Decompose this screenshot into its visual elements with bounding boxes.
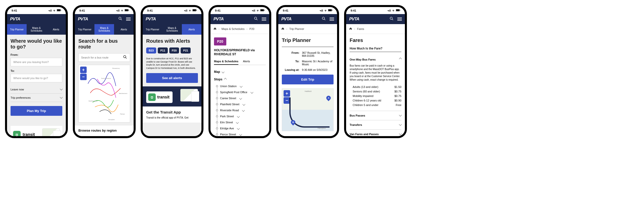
map-place-label: Shutesbury [112, 68, 120, 69]
status-bar: 9:41 •ıll [75, 7, 134, 14]
phone-search-route: 9:41 •ıll PVTA Trip Planner Maps & Sched… [73, 5, 136, 138]
menu-icon[interactable] [397, 18, 402, 21]
leaving-label: Leaving at: [282, 68, 299, 71]
edit-trip-button[interactable]: Edit Trip [282, 75, 334, 84]
transit-app-card[interactable]: ʊ transit [11, 126, 62, 137]
route-chip[interactable]: P20 [169, 47, 179, 53]
phone-trip-result: 9:41 •ıll PVTA › Trip Planner Trip Plann… [276, 5, 339, 138]
home-icon[interactable] [281, 27, 284, 31]
transit-app-icon: ʊ [148, 93, 156, 101]
to-label: To: [11, 69, 62, 72]
stop-item[interactable]: Park Street [216, 113, 266, 119]
tab-trip-planner[interactable]: Trip Planner [75, 24, 94, 35]
stop-item[interactable]: Plainfield Street [216, 101, 266, 107]
zoom-in-button[interactable]: + [284, 90, 290, 97]
from-label: From: [282, 51, 299, 57]
search-box [78, 53, 130, 62]
stop-item[interactable]: Union Station [216, 83, 266, 89]
content-area: Routes with Alerts B23 P11 P20 P21 Due t… [143, 35, 201, 137]
menu-icon[interactable] [262, 18, 266, 21]
main-tabs: Trip Planner Maps & Schedules Alerts [143, 24, 201, 35]
from-label: From: [11, 53, 62, 56]
breadcrumb-item: P20 [249, 27, 254, 30]
route-chip[interactable]: P21 [181, 47, 191, 53]
fare-price: $0.90 [394, 99, 401, 102]
signal-icon: •ıll [320, 9, 323, 12]
tab-trip-planner[interactable]: Trip Planner [143, 24, 162, 35]
breadcrumb-item[interactable]: Maps & Schedules [222, 27, 245, 30]
route-map[interactable]: + − Shutesbury North Amherst Belchertown… [78, 65, 130, 123]
svg-rect-25 [400, 10, 400, 11]
stop-item[interactable]: Elridge Ave [216, 125, 266, 131]
home-icon[interactable] [349, 27, 352, 31]
stops-expand[interactable]: Stops [214, 76, 266, 83]
svg-point-6 [119, 17, 121, 19]
sub-tab-maps[interactable]: Maps & Schedules [214, 60, 238, 65]
leave-now-select[interactable]: Leave now [11, 85, 62, 94]
fare-row: Children 6-12 years old$0.90 [350, 98, 401, 103]
tab-alerts[interactable]: Alerts [46, 24, 66, 35]
tab-maps-schedules[interactable]: Maps & Schedules [162, 24, 182, 35]
region-row[interactable]: Springfield Area [78, 133, 130, 137]
search-button[interactable] [120, 55, 130, 60]
trip-from-row: From: 367 Russell St, Hadley, MA 01035 [282, 50, 334, 59]
svg-rect-20 [332, 10, 333, 11]
brand-logo: PVTA [78, 17, 88, 22]
stop-item[interactable]: Carew Street [216, 95, 266, 101]
status-time: 9:41 [147, 9, 153, 12]
trip-preferences-select[interactable]: Trip preferences [11, 94, 62, 102]
search-icon[interactable] [389, 16, 394, 22]
stop-item[interactable]: Pierce Street [216, 131, 266, 137]
battery-icon [260, 9, 265, 12]
from-input[interactable] [11, 58, 62, 66]
map-expand[interactable]: Map [214, 68, 266, 76]
route-line-graphic [289, 97, 330, 128]
sub-tab-alerts[interactable]: Alerts [243, 60, 250, 65]
fare-table: Adults (13 and older)$1.50 Seniors (60 a… [350, 85, 401, 107]
see-all-alerts-button[interactable]: See all alerts [146, 73, 198, 83]
trip-result-map[interactable]: + − Hatfield Hampton A B [282, 88, 334, 131]
tab-maps-schedules[interactable]: Maps & Schedules [94, 24, 114, 35]
home-icon[interactable] [213, 27, 217, 31]
fare-label: Mobility impaired [353, 94, 373, 97]
route-name: HOLYOKE/SPRINGFIELD via RIVERDALE ST [214, 48, 266, 56]
search-input[interactable] [79, 53, 120, 62]
plan-trip-button[interactable]: Plan My Trip [11, 106, 62, 116]
one-way-accordion[interactable]: One-Way Bus Fares [350, 55, 401, 64]
svg-rect-5 [129, 10, 129, 11]
menu-icon[interactable] [126, 18, 131, 21]
search-icon[interactable] [118, 16, 123, 22]
stop-item[interactable]: Elm Street [216, 119, 266, 125]
accordion-label: Transfers [350, 123, 362, 126]
menu-icon[interactable] [330, 18, 334, 21]
phone-alerts: 9:41 •ıll PVTA Trip Planner Maps & Sched… [141, 5, 203, 138]
trip-prefs-label: Trip preferences [11, 96, 31, 99]
stop-item[interactable]: Springfield Post Office [216, 89, 266, 95]
to-input[interactable] [11, 74, 62, 82]
route-chip[interactable]: P11 [158, 47, 168, 53]
status-icons: •ıll [320, 9, 333, 12]
stop-item[interactable]: Riverside Road [216, 107, 266, 113]
tab-maps-schedules[interactable]: Maps & Schedules [27, 24, 46, 35]
stop-name: Elm Street [220, 121, 233, 124]
browse-heading: Browse routes by region [78, 126, 130, 133]
van-fares-accordion[interactable]: Van Fares and Passes [350, 129, 401, 137]
content-area: P20 HOLYOKE/SPRINGFIELD via RIVERDALE ST… [210, 34, 269, 137]
search-icon[interactable] [254, 16, 258, 22]
phone-fares: 9:41 •ıll PVTA › Fares Fares How Much Is… [344, 5, 407, 138]
search-icon[interactable] [321, 16, 326, 22]
route-chip[interactable]: B23 [146, 47, 156, 53]
svg-line-22 [324, 19, 325, 20]
transfers-accordion[interactable]: Transfers [350, 120, 401, 129]
status-time: 9:41 [79, 9, 85, 12]
tab-alerts[interactable]: Alerts [182, 24, 201, 35]
status-icons: •ıll [184, 9, 197, 12]
chevron-down-icon [240, 85, 242, 88]
tab-alerts[interactable]: Alerts [114, 24, 134, 35]
breadcrumb-separator: › [354, 27, 355, 30]
battery-icon [396, 9, 400, 12]
bus-passes-accordion[interactable]: Bus Passes [350, 111, 401, 120]
app-header: PVTA [7, 14, 66, 24]
tab-trip-planner[interactable]: Trip Planner [7, 24, 27, 35]
transit-app-label: transit [23, 132, 35, 137]
